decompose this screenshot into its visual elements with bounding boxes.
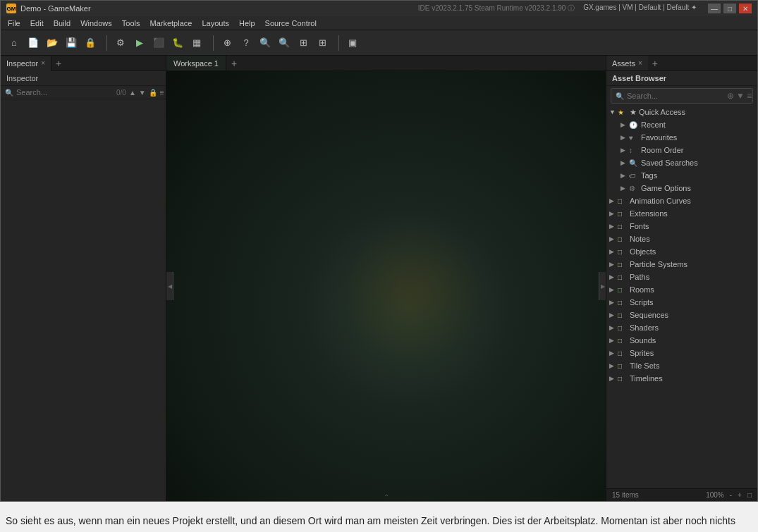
lock-button[interactable]: 🔒: [81, 34, 99, 52]
tree-sequences[interactable]: ▶ □ Sequences: [606, 309, 757, 321]
assets-search-input[interactable]: [627, 92, 724, 100]
inspector-tab[interactable]: Inspector ×: [1, 56, 51, 71]
collapse-all-icon[interactable]: □: [747, 491, 752, 499]
room-order-arrow: ▶: [621, 147, 629, 154]
collapse-left-button[interactable]: ◀: [166, 272, 173, 300]
search-icon: 🔍: [5, 89, 13, 97]
menu-source-control[interactable]: Source Control: [261, 18, 321, 29]
home-button[interactable]: ⌂: [5, 34, 23, 52]
tree-rooms[interactable]: ▶ □ Rooms: [606, 283, 757, 296]
minimize-button[interactable]: —: [708, 4, 721, 13]
menu-edit[interactable]: Edit: [26, 18, 48, 29]
collapse-right-button[interactable]: ▶: [599, 272, 606, 300]
help-circle-button[interactable]: ⊕: [218, 34, 236, 52]
search-up-button[interactable]: ▲: [129, 89, 136, 97]
maximize-button[interactable]: □: [723, 4, 736, 13]
scripts-arrow: ▶: [609, 299, 618, 306]
assets-search-icon: 🔍: [616, 92, 624, 100]
debug-button[interactable]: 🐛: [169, 34, 187, 52]
workspace-canvas[interactable]: ◀ ▶ ⌃: [166, 71, 606, 501]
zoom-in-button[interactable]: 🔍: [275, 34, 293, 52]
tree-favourites[interactable]: ▶ ♥ Favourites: [606, 131, 757, 144]
tree-notes[interactable]: ▶ □ Notes: [606, 233, 757, 245]
tree-tile-sets[interactable]: ▶ □ Tile Sets: [606, 359, 757, 372]
open-file-button[interactable]: 📂: [43, 34, 61, 52]
timelines-label: Timelines: [630, 374, 663, 383]
sequences-arrow: ▶: [609, 311, 618, 318]
run-button[interactable]: ▶: [130, 34, 149, 52]
zoom-out-icon[interactable]: -: [730, 491, 732, 499]
build-button[interactable]: ▦: [188, 34, 206, 52]
quick-access-arrow: ▼: [609, 109, 618, 116]
save-button[interactable]: 💾: [62, 34, 80, 52]
search-count: 0/0: [116, 89, 126, 97]
workspace-bottom-arrow[interactable]: ⌃: [384, 493, 389, 501]
view-button[interactable]: ▣: [343, 34, 362, 52]
tree-game-options[interactable]: ▶ ⚙ Game Options: [606, 182, 757, 194]
game-options-icon: ⚙: [629, 185, 639, 192]
menu-layouts[interactable]: Layouts: [197, 18, 233, 29]
inspector-header: Inspector: [1, 71, 166, 86]
zoom-fit-button[interactable]: ⊞: [294, 34, 312, 52]
tree-saved-searches[interactable]: ▶ 🔍 Saved Searches: [606, 156, 757, 169]
toolbar-separator-1: [106, 35, 107, 51]
title-bar-left: GM Demo - GameMaker: [6, 4, 91, 13]
workspace-tabs: Workspace 1 +: [166, 56, 606, 71]
inspector-search-input[interactable]: [16, 88, 114, 97]
tree-quick-access[interactable]: ▼ ★ ★ Quick Access: [606, 106, 757, 118]
tree-animation-curves[interactable]: ▶ □ Animation Curves: [606, 194, 757, 207]
tree-objects[interactable]: ▶ □ Objects: [606, 245, 757, 258]
version-info: IDE v2023.2.1.75 Steam Runtime v2023.2.1…: [418, 4, 575, 13]
sequences-folder-icon: □: [618, 311, 628, 319]
lock-icon[interactable]: 🔒: [149, 89, 157, 97]
tree-paths[interactable]: ▶ □ Paths: [606, 271, 757, 283]
add-filter-icon[interactable]: ⊕: [727, 91, 734, 101]
zoom-level: 100%: [706, 491, 724, 499]
menu-file[interactable]: File: [4, 18, 25, 29]
tree-tags[interactable]: ▶ 🏷 Tags: [606, 169, 757, 182]
assets-tab-close[interactable]: ×: [638, 59, 642, 67]
tree-recent[interactable]: ▶ 🕐 Recent: [606, 118, 757, 131]
assets-search-bar[interactable]: 🔍 ⊕ ▼ ≡: [611, 88, 753, 104]
tree-fonts[interactable]: ▶ □ Fonts: [606, 220, 757, 233]
notes-arrow: ▶: [609, 235, 618, 242]
workspace-tab-1[interactable]: Workspace 1: [166, 56, 226, 70]
tree-particle-systems[interactable]: ▶ □ Particle Systems: [606, 258, 757, 271]
tree-sprites[interactable]: ▶ □ Sprites: [606, 347, 757, 359]
zoom-out-button[interactable]: 🔍: [256, 34, 274, 52]
fonts-arrow: ▶: [609, 223, 618, 230]
inspector-search-bar: 🔍 0/0 ▲ ▼ 🔒 ≡: [1, 86, 166, 99]
close-button[interactable]: ✕: [739, 4, 752, 13]
sprites-label: Sprites: [630, 349, 654, 357]
inspector-tab-close[interactable]: ×: [41, 59, 45, 67]
inspector-tab-add[interactable]: +: [51, 56, 66, 70]
tree-room-order[interactable]: ▶ ↕ Room Order: [606, 144, 757, 156]
grid-button[interactable]: ⊞: [313, 34, 331, 52]
toolbar-view-group: ▣: [343, 34, 362, 52]
tree-sounds[interactable]: ▶ □ Sounds: [606, 334, 757, 347]
tree-extensions[interactable]: ▶ □ Extensions: [606, 207, 757, 220]
filter-icon[interactable]: ▼: [736, 91, 745, 101]
new-file-button[interactable]: 📄: [24, 34, 42, 52]
settings-button[interactable]: ⚙: [111, 34, 130, 52]
info-button[interactable]: ?: [237, 34, 255, 52]
tree-shaders[interactable]: ▶ □ Shaders: [606, 321, 757, 334]
tree-timelines[interactable]: ▶ □ Timelines: [606, 372, 757, 385]
workspace-tab-add[interactable]: +: [226, 56, 242, 70]
tree-scripts[interactable]: ▶ □ Scripts: [606, 296, 757, 309]
more-options-icon[interactable]: ≡: [747, 91, 752, 101]
menu-build[interactable]: Build: [49, 18, 75, 29]
assets-tab[interactable]: Assets ×: [606, 56, 648, 70]
assets-tab-add[interactable]: +: [648, 56, 662, 70]
menu-icon[interactable]: ≡: [160, 89, 164, 97]
menu-help[interactable]: Help: [235, 18, 259, 29]
app-icon: GM: [6, 4, 16, 13]
shaders-folder-icon: □: [618, 324, 628, 332]
menu-tools[interactable]: Tools: [118, 18, 145, 29]
menu-marketplace[interactable]: Marketplace: [145, 18, 196, 29]
stop-button[interactable]: ⬛: [149, 34, 168, 52]
search-down-button[interactable]: ▼: [139, 89, 146, 97]
tile-sets-folder-icon: □: [618, 362, 628, 370]
zoom-in-icon[interactable]: +: [738, 491, 742, 499]
menu-windows[interactable]: Windows: [76, 18, 116, 29]
